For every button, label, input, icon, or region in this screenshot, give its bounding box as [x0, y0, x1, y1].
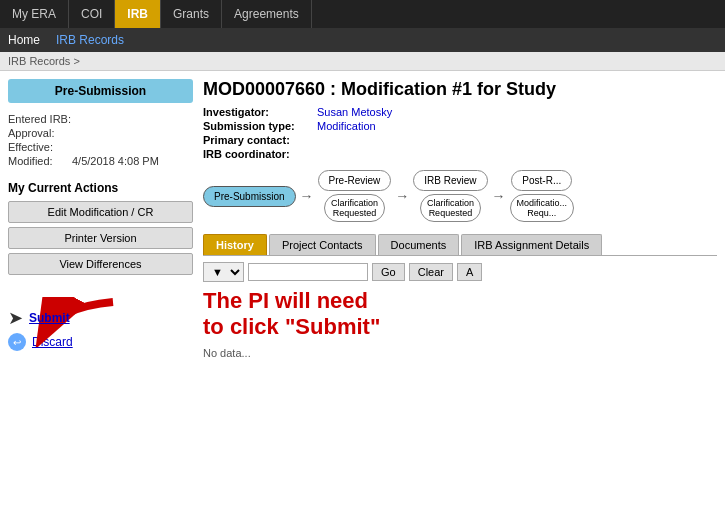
record-title: MOD00007660 : Modification #1 for Study [203, 79, 717, 100]
entered-irb-row: Entered IRB: [8, 113, 193, 125]
nav-grants[interactable]: Grants [161, 0, 222, 28]
irb-coordinator-label: IRB coordinator: [203, 148, 313, 160]
submit-arrow-icon: ➤ [8, 307, 23, 329]
wf-group-post-r: Post-R... Modificatio...Requ... [510, 170, 575, 222]
go-button[interactable]: Go [372, 263, 405, 281]
filter-dropdown[interactable]: ▼ [203, 262, 244, 282]
filter-bar: ▼ Go Clear A [203, 262, 717, 282]
investigator-value: Susan Metosky [317, 106, 717, 118]
no-data-message: No data... [203, 347, 717, 359]
approval-row: Approval: [8, 127, 193, 139]
record-meta: Investigator: Susan Metosky Submission t… [203, 106, 717, 160]
wf-arrow-2: → [395, 188, 409, 204]
tab-documents[interactable]: Documents [378, 234, 460, 255]
primary-contact-value [317, 134, 717, 146]
printer-version-button[interactable]: Printer Version [8, 227, 193, 249]
top-navigation: My ERA COI IRB Grants Agreements [0, 0, 725, 28]
tab-bar: History Project Contacts Documents IRB A… [203, 234, 717, 256]
wf-pre-submission: Pre-Submission [203, 186, 296, 207]
effective-row: Effective: [8, 141, 193, 153]
main-content: Pre-Submission Entered IRB: Approval: Ef… [0, 71, 725, 367]
filter-input[interactable] [248, 263, 368, 281]
approval-label: Approval: [8, 127, 68, 139]
nav-agreements[interactable]: Agreements [222, 0, 312, 28]
nav-home[interactable]: Home [8, 33, 40, 47]
wf-clarification-2: ClarificationRequested [420, 194, 481, 222]
wf-irb-review: IRB Review [413, 170, 487, 191]
tab-project-contacts[interactable]: Project Contacts [269, 234, 376, 255]
nav-coi[interactable]: COI [69, 0, 115, 28]
actions-title: My Current Actions [8, 181, 193, 195]
wf-modificatio: Modificatio...Requ... [510, 194, 575, 222]
modified-value: 4/5/2018 4:08 PM [72, 155, 159, 167]
investigator-label: Investigator: [203, 106, 313, 118]
irb-coordinator-value [317, 148, 717, 160]
wf-arrow-1: → [300, 188, 314, 204]
right-panel: MOD00007660 : Modification #1 for Study … [203, 79, 717, 359]
entered-irb-label: Entered IRB: [8, 113, 71, 125]
wf-pre-review: Pre-Review [318, 170, 392, 191]
wf-clarification-1: ClarificationRequested [324, 194, 385, 222]
tab-history[interactable]: History [203, 234, 267, 255]
wf-group-irb-review: IRB Review ClarificationRequested [413, 170, 487, 222]
effective-label: Effective: [8, 141, 68, 153]
left-panel: Pre-Submission Entered IRB: Approval: Ef… [8, 79, 193, 359]
edit-modification-button[interactable]: Edit Modification / CR [8, 201, 193, 223]
annotation-text: The PI will needto click "Submit" [203, 288, 717, 341]
nav-irb[interactable]: IRB [115, 0, 161, 28]
clear-button[interactable]: Clear [409, 263, 453, 281]
tab-irb-assignment-details[interactable]: IRB Assignment Details [461, 234, 602, 255]
wf-post-r: Post-R... [511, 170, 572, 191]
submission-type-value: Modification [317, 120, 717, 132]
primary-contact-label: Primary contact: [203, 134, 313, 146]
submission-type-label: Submission type: [203, 120, 313, 132]
view-differences-button[interactable]: View Differences [8, 253, 193, 275]
wf-arrow-3: → [492, 188, 506, 204]
breadcrumb: IRB Records > [0, 52, 725, 71]
a-button[interactable]: A [457, 263, 482, 281]
wf-group-pre-review: Pre-Review ClarificationRequested [318, 170, 392, 222]
second-navigation: Home IRB Records [0, 28, 725, 52]
submit-row: ➤ Submit [8, 307, 193, 329]
workflow-diagram: Pre-Submission → Pre-Review Clarificatio… [203, 170, 717, 222]
submit-link[interactable]: Submit [29, 311, 70, 325]
nav-irb-records[interactable]: IRB Records [56, 33, 124, 47]
modified-row: Modified: 4/5/2018 4:08 PM [8, 155, 193, 167]
pre-submission-badge: Pre-Submission [8, 79, 193, 103]
nav-my-era[interactable]: My ERA [0, 0, 69, 28]
modified-label: Modified: [8, 155, 68, 167]
